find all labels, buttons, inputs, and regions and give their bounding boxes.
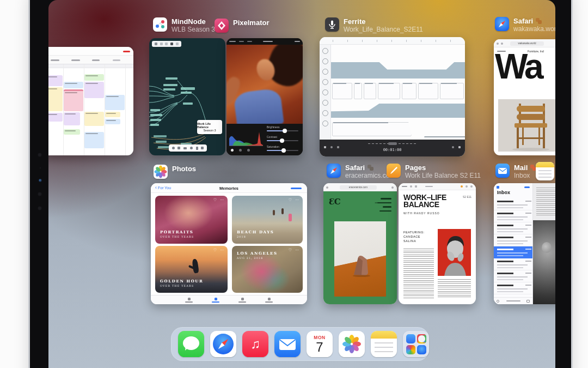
- more-icon[interactable]: ⋯: [295, 248, 300, 252]
- dock-icon-notes[interactable]: [371, 331, 397, 357]
- more-icon[interactable]: ⋯: [295, 198, 300, 202]
- app-title: Mail: [514, 164, 528, 172]
- mail-reading-pane: [533, 183, 555, 304]
- multi-window-icon: [536, 18, 542, 24]
- pixelmator-adjust-panel: Brightness Contrast Saturation: [226, 124, 303, 155]
- safari-app-icon: [495, 17, 509, 31]
- sensor-dot-icon: [38, 192, 42, 196]
- safari-nav-bar: eraceramics.com: [323, 183, 397, 191]
- tab-library[interactable]: [185, 298, 193, 303]
- app-label-ferrite: Ferrite Work_Life_Balance_S2E11: [325, 17, 423, 33]
- ferrite-transport-bar: 00:01:00: [320, 140, 465, 156]
- screenshot-root: MindNode WLB Season 3 Pixelmator Ferrite…: [0, 0, 588, 368]
- address-bar[interactable]: eraceramics.com: [340, 185, 377, 190]
- app-label-pixelmator: Pixelmator: [215, 19, 269, 33]
- dock-icon-music[interactable]: ♫: [242, 331, 268, 357]
- camera-lens-icon: [39, 179, 42, 182]
- ferrite-track-band: [331, 104, 465, 118]
- ferrite-track-controls: [320, 45, 331, 140]
- music-note-icon: ♫: [250, 337, 260, 351]
- safari-app-icon: [327, 164, 341, 178]
- favorite-icon[interactable]: ♡: [213, 248, 218, 252]
- mindnode-selected-node: Work Life Balance Season 3: [197, 120, 222, 134]
- site-logo[interactable]: ƐC: [329, 197, 340, 207]
- email-row[interactable]: [494, 222, 532, 234]
- app-card-safari-eraceramics[interactable]: eraceramics.com ƐC: [323, 183, 397, 304]
- app-card-mail[interactable]: Inbox: [494, 183, 555, 304]
- email-list: [494, 198, 532, 294]
- app-card-pages[interactable]: S2 E11 WORK–LIFE BALANCE WITH RANDY RUSS…: [399, 183, 476, 304]
- tab-for-you[interactable]: [212, 298, 219, 303]
- saturation-slider[interactable]: Saturation: [267, 145, 299, 154]
- app-card-ferrite[interactable]: 00:01:00: [320, 37, 465, 156]
- calendar-day-headers: [48, 56, 133, 64]
- pages-app-icon: [387, 164, 401, 178]
- app-card-pixelmator[interactable]: Brightness Contrast Saturation: [226, 38, 303, 155]
- app-card-safari-wakawaka[interactable]: wakawaka.world Furniture, Ind Wa: [494, 39, 555, 155]
- favorite-icon[interactable]: ♡: [289, 198, 293, 202]
- mindnode-toolbar: [152, 41, 181, 47]
- dock-icon-calendar[interactable]: MON 7: [307, 331, 333, 357]
- more-icon[interactable]: ⋯: [220, 198, 225, 202]
- back-button[interactable]: ‹ For You: [155, 186, 171, 190]
- page-headline: Wa: [495, 49, 542, 84]
- notes-app-icon-partial[interactable]: [536, 162, 554, 180]
- ferrite-clip-row: [331, 121, 465, 137]
- app-label-pages: Pages Work Life Balance S2 E11: [387, 164, 481, 179]
- ipad-screen-app-switcher: MindNode WLB Season 3 Pixelmator Ferrite…: [48, 0, 555, 368]
- dock-icon-app-library[interactable]: [403, 331, 429, 357]
- pages-toolbar: [399, 183, 476, 190]
- app-title: Pages: [405, 164, 481, 172]
- mindnode-app-icon: [153, 17, 167, 32]
- email-row[interactable]: [494, 270, 532, 282]
- pixelmator-toolbar: [226, 38, 303, 45]
- mailbox-title: Inbox: [497, 190, 510, 195]
- email-row[interactable]: [494, 258, 532, 270]
- dock-icon-safari[interactable]: [210, 331, 236, 357]
- email-row[interactable]: [494, 234, 532, 246]
- email-row-selected[interactable]: [494, 246, 532, 258]
- email-row[interactable]: [494, 282, 532, 294]
- address-bar[interactable]: wakawaka.world: [510, 41, 544, 46]
- app-card-mindnode[interactable]: Work Life Balance Season 3: [149, 38, 225, 155]
- app-title: MindNode: [171, 17, 215, 26]
- nav-action[interactable]: [291, 188, 302, 189]
- memory-card-los-angeles[interactable]: ♡ ⋯ LOS ANGELES AUG 21, 2016: [232, 246, 303, 293]
- email-row[interactable]: [494, 210, 532, 222]
- calendar-day: 7: [307, 340, 333, 354]
- dock-icon-mail[interactable]: [274, 331, 301, 357]
- memory-card-portraits[interactable]: ♡ ⋯ PORTRAITS OVER THE YEARS: [155, 196, 228, 244]
- photos-view-title: Memories: [219, 186, 238, 191]
- pixelmator-photo: [226, 45, 303, 124]
- app-label-photos: Photos: [154, 165, 196, 179]
- contrast-slider[interactable]: Contrast: [267, 135, 299, 144]
- timecode: 00:01:00: [383, 148, 402, 152]
- app-label-safari-eraceramics: Safari eraceramics.com: [327, 164, 395, 179]
- brightness-slider[interactable]: Brightness: [267, 125, 299, 134]
- ferrite-track-band: [331, 62, 465, 79]
- doc-photo: [438, 229, 471, 276]
- tab-albums[interactable]: [238, 298, 246, 303]
- mail-bottom-toolbar: [494, 297, 532, 304]
- dock-icon-photos[interactable]: [339, 331, 365, 357]
- app-card-photos[interactable]: ‹ For You Memories ♡ ⋯ PORTRAITS OVER TH…: [151, 183, 307, 304]
- app-label-mail: Mail Inbox: [495, 164, 536, 179]
- doc-episode-tag: S2 E11: [463, 195, 471, 198]
- favorite-icon[interactable]: ♡: [289, 248, 293, 252]
- eraceramics-page: ƐC: [323, 191, 397, 304]
- memory-card-beach-days[interactable]: ♡ ⋯ BEACH DAYS 2018: [232, 196, 303, 244]
- dock-icon-messages[interactable]: [178, 331, 204, 357]
- more-icon[interactable]: ⋯: [220, 248, 225, 252]
- app-card-calendar[interactable]: [48, 47, 133, 155]
- tab-search[interactable]: [265, 298, 273, 303]
- memory-card-golden-hour[interactable]: ♡ ⋯ GOLDEN HOUR OVER THE YEARS: [155, 246, 228, 293]
- doc-byline: WITH RANDY RUSSO: [403, 212, 440, 215]
- app-subtitle: WLB Season 3: [171, 26, 215, 33]
- favorite-icon[interactable]: ♡: [213, 198, 218, 202]
- site-nav-links[interactable]: [377, 198, 391, 212]
- doc-body-column: [403, 249, 434, 299]
- ferrite-ruler: [320, 37, 465, 45]
- email-row[interactable]: [494, 198, 532, 210]
- email-photo: [533, 220, 555, 304]
- app-title: Photos: [172, 165, 196, 173]
